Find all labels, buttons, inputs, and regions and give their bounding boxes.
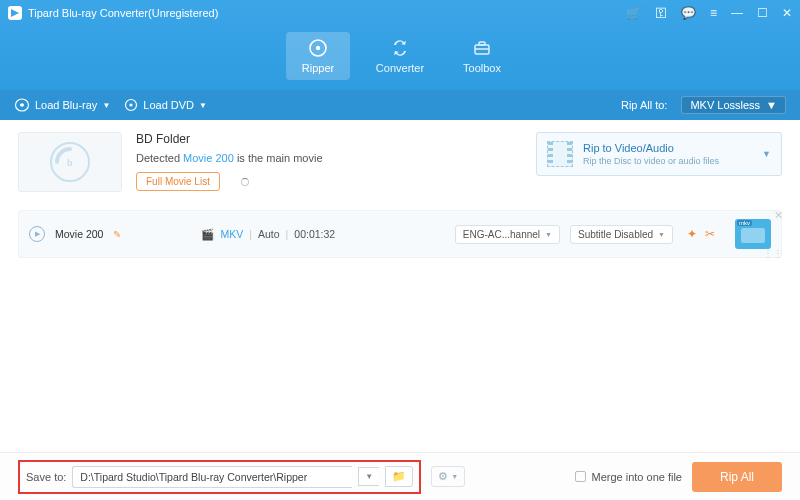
dvd-disc-icon bbox=[124, 98, 138, 112]
convert-icon bbox=[390, 38, 410, 58]
chevron-down-icon: ▼ bbox=[545, 231, 552, 238]
rip-to-video-audio-panel[interactable]: Rip to Video/Audio Rip the Disc to video… bbox=[536, 132, 782, 176]
close-icon[interactable]: ✕ bbox=[782, 6, 792, 20]
chevron-down-icon: ▼ bbox=[102, 101, 110, 110]
play-icon[interactable]: ▶ bbox=[29, 226, 45, 242]
load-dvd-label: Load DVD bbox=[143, 99, 194, 111]
maximize-icon[interactable]: ☐ bbox=[757, 6, 768, 20]
load-bluray-label: Load Blu-ray bbox=[35, 99, 97, 111]
disc-icon bbox=[308, 38, 328, 58]
edit-name-icon[interactable]: ✎ bbox=[113, 229, 121, 240]
bluray-logo-icon: b bbox=[47, 139, 93, 185]
svg-text:b: b bbox=[67, 158, 73, 168]
movie-name: Movie 200 bbox=[55, 228, 103, 240]
save-to-highlight: Save to: ▼ 📁 bbox=[18, 460, 421, 494]
audio-track-value: ENG-AC...hannel bbox=[463, 229, 540, 240]
chevron-down-icon: ▼ bbox=[199, 101, 207, 110]
rip-all-button[interactable]: Rip All bbox=[692, 462, 782, 492]
load-dvd-button[interactable]: Load DVD ▼ bbox=[124, 98, 207, 112]
subtitle-value: Subtitle Disabled bbox=[578, 229, 653, 240]
svg-point-8 bbox=[130, 103, 133, 106]
movie-list-item: ▶ Movie 200 ✎ 🎬 MKV | Auto | 00:01:32 EN… bbox=[18, 210, 782, 258]
disc-thumbnail: b bbox=[18, 132, 122, 192]
bluray-disc-icon bbox=[14, 98, 30, 112]
clapper-icon: 🎬 bbox=[201, 228, 214, 241]
loading-spinner-icon bbox=[241, 178, 249, 186]
cart-icon[interactable]: 🛒 bbox=[626, 6, 641, 20]
gear-icon: ⚙ bbox=[438, 470, 448, 483]
subtitle-select[interactable]: Subtitle Disabled ▼ bbox=[570, 225, 673, 244]
rip-panel-subtitle: Rip the Disc to video or audio files bbox=[583, 156, 752, 166]
source-folder-title: BD Folder bbox=[136, 132, 522, 146]
chevron-down-icon: ▼ bbox=[766, 99, 777, 111]
tab-ripper-label: Ripper bbox=[302, 62, 334, 74]
tab-toolbox-label: Toolbox bbox=[463, 62, 501, 74]
drag-handle-icon[interactable]: ⋮⋮ bbox=[763, 248, 783, 259]
remove-item-icon[interactable]: ✕ bbox=[774, 209, 783, 222]
chevron-down-icon: ▼ bbox=[658, 231, 665, 238]
menu-icon[interactable]: ≡ bbox=[710, 6, 717, 20]
chevron-down-icon: ▼ bbox=[762, 149, 771, 159]
output-format-chip[interactable] bbox=[735, 219, 771, 249]
rip-all-format-value: MKV Lossless bbox=[690, 99, 760, 111]
tab-converter[interactable]: Converter bbox=[368, 32, 432, 80]
movie-auto: Auto bbox=[258, 228, 280, 240]
key-icon[interactable]: ⚿ bbox=[655, 6, 667, 20]
svg-point-1 bbox=[316, 46, 320, 50]
minimize-icon[interactable]: ― bbox=[731, 6, 743, 20]
settings-button[interactable]: ⚙ ▼ bbox=[431, 466, 465, 487]
chevron-down-icon: ▼ bbox=[451, 473, 458, 480]
open-folder-button[interactable]: 📁 bbox=[385, 466, 413, 487]
load-bluray-button[interactable]: Load Blu-ray ▼ bbox=[14, 98, 110, 112]
merge-checkbox[interactable]: Merge into one file bbox=[575, 471, 682, 483]
save-path-input[interactable] bbox=[72, 466, 352, 488]
feedback-icon[interactable]: 💬 bbox=[681, 6, 696, 20]
toolbox-icon bbox=[472, 38, 492, 58]
save-to-label: Save to: bbox=[26, 471, 66, 483]
film-strip-icon bbox=[547, 141, 573, 167]
rip-panel-title: Rip to Video/Audio bbox=[583, 142, 752, 154]
window-title: Tipard Blu-ray Converter(Unregistered) bbox=[28, 7, 626, 19]
app-logo-icon bbox=[8, 6, 22, 20]
rip-all-format-select[interactable]: MKV Lossless ▼ bbox=[681, 96, 786, 114]
checkbox-icon bbox=[575, 471, 586, 482]
movie-format: MKV bbox=[220, 228, 243, 240]
path-dropdown-button[interactable]: ▼ bbox=[358, 467, 379, 486]
svg-rect-3 bbox=[479, 42, 485, 45]
detected-movie-text: Detected Movie 200 is the main movie bbox=[136, 152, 522, 164]
cut-icon[interactable]: ✂ bbox=[705, 227, 715, 241]
tab-toolbox[interactable]: Toolbox bbox=[450, 32, 514, 80]
tab-converter-label: Converter bbox=[376, 62, 424, 74]
svg-point-6 bbox=[20, 103, 24, 107]
movie-duration: 00:01:32 bbox=[294, 228, 335, 240]
audio-track-select[interactable]: ENG-AC...hannel ▼ bbox=[455, 225, 560, 244]
rip-all-to-label: Rip All to: bbox=[621, 99, 667, 111]
merge-label: Merge into one file bbox=[591, 471, 682, 483]
tab-ripper[interactable]: Ripper bbox=[286, 32, 350, 80]
edit-video-icon[interactable]: ✦ bbox=[687, 227, 697, 241]
full-movie-list-button[interactable]: Full Movie List bbox=[136, 172, 220, 191]
